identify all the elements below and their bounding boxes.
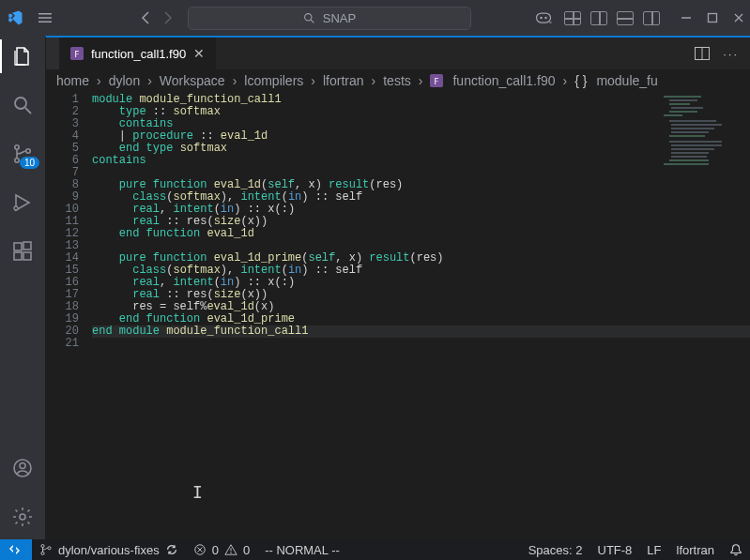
nav-back-icon[interactable] (137, 10, 152, 25)
vscode-logo-icon (6, 8, 24, 27)
svg-point-28 (48, 547, 51, 550)
status-indent[interactable]: Spaces: 2 (521, 543, 590, 557)
editor-tab-row: F function_call1.f90 ✕ ··· (45, 36, 750, 69)
svg-text:F: F (435, 77, 439, 86)
breadcrumb-separator-icon: › (562, 73, 567, 88)
breadcrumb-item[interactable]: Workspace (160, 73, 225, 88)
status-warning-count: 0 (243, 543, 250, 557)
activity-scm-icon[interactable]: 10 (9, 141, 36, 167)
breadcrumbs[interactable]: home›dylon›Workspace›lcompilers›lfortran… (45, 69, 750, 92)
breadcrumb-separator-icon: › (311, 73, 315, 88)
status-error-count: 0 (212, 543, 219, 557)
layout-grid-icon[interactable] (564, 11, 581, 25)
copilot-icon[interactable] (534, 8, 553, 27)
nav-forward-icon[interactable] (161, 10, 176, 25)
breadcrumb-separator-icon: › (97, 73, 101, 88)
window-close-icon[interactable] (733, 12, 744, 23)
svg-rect-6 (709, 14, 717, 23)
breadcrumb-separator-icon: › (372, 73, 376, 88)
breadcrumb-item[interactable]: lcompilers (244, 73, 303, 88)
status-bar: dylon/various-fixes 0 0 -- NORMAL -- Spa… (0, 539, 750, 560)
svg-point-18 (20, 463, 25, 469)
breadcrumb-item[interactable]: tests (383, 73, 411, 88)
status-branch-label: dylon/various-fixes (58, 543, 160, 557)
code-line[interactable]: end module module_function_call1 (92, 325, 750, 338)
svg-point-3 (540, 17, 543, 20)
svg-rect-14 (14, 252, 22, 260)
svg-point-31 (230, 552, 231, 553)
status-bell-icon[interactable] (722, 543, 750, 556)
layout-split-right-icon[interactable] (643, 11, 660, 25)
svg-point-12 (14, 206, 18, 210)
svg-point-11 (26, 149, 30, 153)
svg-point-10 (15, 159, 19, 162)
tab-close-icon[interactable]: ✕ (193, 46, 205, 61)
status-encoding[interactable]: UTF-8 (590, 543, 640, 557)
activity-account-icon[interactable] (9, 455, 36, 481)
breadcrumb-item[interactable]: dylon (109, 73, 140, 88)
code-line[interactable] (92, 338, 750, 350)
sync-icon[interactable] (165, 543, 178, 556)
breadcrumb-separator-icon: › (147, 73, 152, 88)
menu-icon[interactable] (36, 8, 54, 27)
svg-point-4 (544, 17, 547, 20)
search-placeholder: SNAP (323, 11, 356, 25)
svg-point-26 (41, 544, 44, 547)
breadcrumb-item[interactable]: home (56, 73, 89, 88)
activity-search-icon[interactable] (9, 92, 36, 118)
code-content[interactable]: module module_function_call1 type :: sof… (92, 92, 750, 539)
editor-tab[interactable]: F function_call1.f90 ✕ (59, 38, 217, 69)
svg-rect-2 (537, 13, 551, 23)
svg-line-1 (311, 20, 314, 23)
tab-filename: function_call1.f90 (91, 47, 186, 61)
status-language[interactable]: lfortran (669, 543, 722, 557)
layout-split-bottom-icon[interactable] (617, 11, 634, 25)
text-cursor-icon: I (192, 486, 203, 498)
breadcrumb-separator-icon: › (419, 73, 423, 88)
scm-badge: 10 (20, 157, 39, 169)
layout-controls[interactable] (564, 11, 660, 25)
status-problems[interactable]: 0 0 (186, 543, 257, 557)
status-eol[interactable]: LF (639, 543, 668, 557)
fortran-file-icon: F (70, 47, 84, 60)
svg-point-9 (15, 145, 19, 149)
activity-bar: 10 (0, 36, 45, 539)
svg-point-7 (15, 98, 26, 109)
svg-point-0 (304, 13, 311, 20)
activity-settings-icon[interactable] (9, 504, 36, 530)
status-branch[interactable]: dylon/various-fixes (32, 543, 186, 557)
command-center-search[interactable]: SNAP (188, 7, 471, 30)
breadcrumb-separator-icon: › (233, 73, 237, 88)
code-line[interactable]: contains (92, 155, 750, 167)
svg-point-19 (20, 514, 25, 520)
breadcrumb-item[interactable]: lfortran (323, 73, 364, 88)
remote-indicator-icon[interactable] (0, 539, 32, 560)
layout-split-left-icon[interactable] (590, 11, 607, 25)
fortran-file-icon: F (430, 74, 443, 87)
window-minimize-icon[interactable] (681, 12, 692, 23)
code-line[interactable]: end function eval_1d (92, 228, 750, 240)
activity-run-icon[interactable] (9, 189, 36, 216)
svg-rect-16 (23, 242, 31, 250)
svg-rect-13 (14, 243, 22, 250)
svg-line-8 (25, 108, 31, 114)
activity-extensions-icon[interactable] (9, 238, 36, 265)
breadcrumb-file[interactable]: function_call1.f90 (452, 73, 555, 88)
breadcrumb-symbol[interactable]: module_fu (596, 73, 657, 88)
editor-more-icon[interactable]: ··· (723, 47, 739, 61)
status-vim-mode: -- NORMAL -- (257, 543, 347, 557)
svg-text:F: F (74, 50, 79, 59)
window-maximize-icon[interactable] (707, 12, 718, 23)
line-number: 21 (45, 338, 79, 350)
title-bar: SNAP (0, 0, 750, 36)
activity-explorer-icon[interactable] (9, 43, 36, 69)
code-editor[interactable]: 123456789101112131415161718192021 module… (45, 92, 750, 539)
code-line[interactable]: type :: softmax (92, 106, 750, 118)
symbol-namespace-icon: { } (574, 73, 587, 88)
code-line[interactable]: end type softmax (92, 143, 750, 155)
split-editor-icon[interactable] (695, 47, 710, 60)
line-number-gutter: 123456789101112131415161718192021 (45, 92, 92, 539)
svg-point-27 (41, 552, 44, 554)
svg-rect-15 (23, 252, 31, 260)
